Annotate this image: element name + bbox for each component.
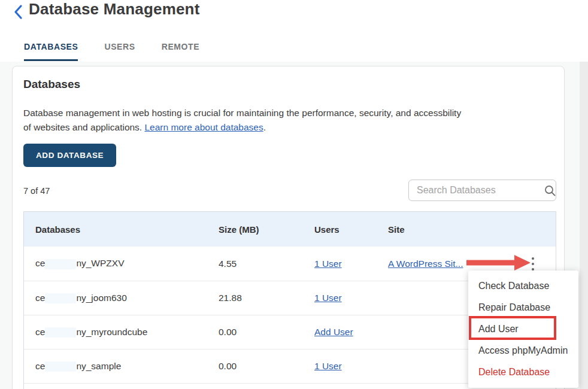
scrollbar-track[interactable]	[580, 62, 588, 389]
menu-item-delete-database[interactable]: Delete Database	[468, 361, 578, 383]
page-header: Database Management	[0, 0, 588, 34]
db-size: 0.00	[219, 327, 314, 338]
back-chevron-icon[interactable]	[12, 4, 25, 20]
users-link[interactable]: 1 User	[314, 293, 342, 303]
col-header-databases: Databases	[35, 224, 219, 235]
site-link[interactable]: A WordPress Sit...	[388, 259, 463, 269]
db-name: ceny_myroundcube	[35, 327, 219, 338]
db-name-suffix: ny_joom630	[76, 293, 126, 303]
panel-description: Database management in web hosting is cr…	[23, 106, 469, 135]
db-name-prefix: ce	[35, 361, 45, 371]
tab-remote[interactable]: REMOTE	[162, 42, 200, 61]
users-link[interactable]: 1 User	[314, 259, 342, 269]
description-period: .	[263, 122, 266, 132]
col-header-users: Users	[314, 224, 388, 235]
db-name-suffix: ny_WPZXV	[76, 258, 124, 268]
kebab-menu-icon[interactable]	[532, 255, 539, 273]
add-database-button[interactable]: ADD DATABASE	[23, 144, 116, 167]
tab-databases[interactable]: DATABASES	[24, 42, 78, 61]
annotation-arrow	[466, 254, 532, 272]
search-box	[408, 180, 556, 201]
menu-item-check-database[interactable]: Check Database	[468, 275, 578, 297]
db-name: ceny_joom630	[35, 293, 219, 303]
redacted-text	[45, 259, 76, 269]
menu-item-add-user[interactable]: Add User	[468, 318, 578, 340]
result-count: 7 of 47	[23, 186, 50, 196]
panel-title: Databases	[23, 78, 80, 91]
add-user-link[interactable]: Add User	[314, 327, 353, 337]
menu-item-access-phpmyadmin[interactable]: Access phpMyAdmin	[468, 340, 578, 361]
database-actions-menu: Check Database Repair Database Add User …	[468, 271, 578, 388]
db-name-suffix: ny_myroundcube	[76, 327, 147, 337]
users-link[interactable]: 1 User	[314, 361, 342, 371]
db-name-prefix: ce	[35, 258, 45, 268]
table-header-row: Databases Size (MB) Users Site	[24, 212, 556, 247]
db-name-prefix: ce	[35, 293, 45, 303]
col-header-site: Site	[388, 224, 556, 235]
db-name-suffix: ny_sample	[76, 361, 121, 371]
col-header-size: Size (MB)	[219, 224, 314, 235]
db-size: 0.00	[219, 361, 314, 372]
redacted-text	[45, 361, 76, 372]
db-name-prefix: ce	[35, 327, 45, 337]
search-icon[interactable]	[544, 185, 556, 196]
db-size: 21.88	[219, 293, 314, 303]
redacted-text	[45, 293, 76, 303]
tab-users[interactable]: USERS	[104, 42, 135, 61]
tab-bar: DATABASES USERS REMOTE	[24, 42, 199, 61]
learn-more-link[interactable]: Learn more about databases	[144, 122, 263, 132]
redacted-text	[45, 327, 76, 338]
page-title: Database Management	[29, 0, 200, 19]
db-name: ceny_WPZXV	[35, 258, 219, 269]
db-name: ceny_sample	[35, 361, 219, 372]
menu-item-repair-database[interactable]: Repair Database	[468, 297, 578, 318]
db-size: 4.55	[219, 259, 314, 269]
search-input[interactable]	[409, 185, 544, 196]
